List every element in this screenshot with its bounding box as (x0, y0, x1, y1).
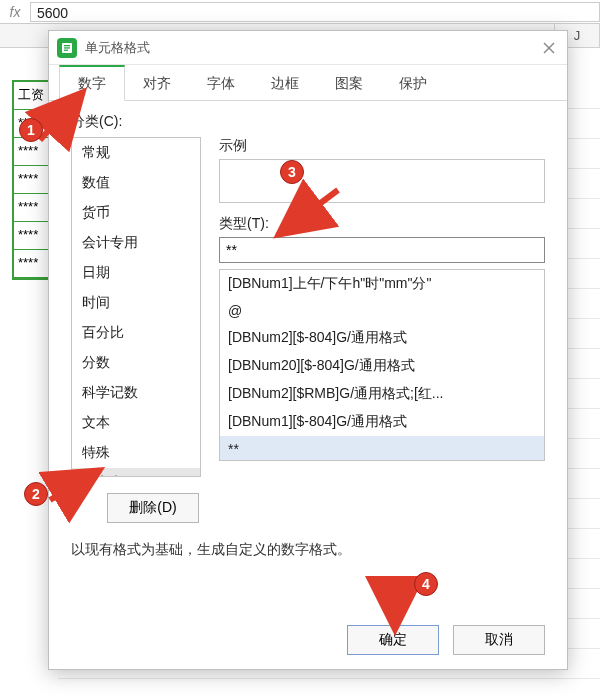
annotation-badge-2: 2 (24, 482, 48, 506)
svg-rect-1 (64, 45, 70, 46)
svg-rect-3 (64, 49, 68, 50)
app-icon (57, 38, 77, 58)
cat-special[interactable]: 特殊 (72, 438, 200, 468)
close-icon[interactable] (539, 38, 559, 58)
tab-protect[interactable]: 保护 (381, 65, 445, 100)
category-label: 分类(C): (71, 113, 545, 131)
fmt-item-5[interactable]: [DBNum1][$-804]G/通用格式 (220, 408, 544, 436)
dialog-title: 单元格格式 (85, 39, 539, 57)
fx-label: fx (0, 4, 30, 20)
tab-border[interactable]: 边框 (253, 65, 317, 100)
cat-fraction[interactable]: 分数 (72, 348, 200, 378)
cat-currency[interactable]: 货币 (72, 198, 200, 228)
cat-sci[interactable]: 科学记数 (72, 378, 200, 408)
tab-number[interactable]: 数字 (59, 65, 125, 101)
cat-text[interactable]: 文本 (72, 408, 200, 438)
ok-button[interactable]: 确定 (347, 625, 439, 655)
tab-font[interactable]: 字体 (189, 65, 253, 100)
cat-time[interactable]: 时间 (72, 288, 200, 318)
tab-align[interactable]: 对齐 (125, 65, 189, 100)
cancel-button[interactable]: 取消 (453, 625, 545, 655)
formula-input[interactable]: 5600 (30, 2, 600, 22)
annotation-badge-1: 1 (19, 118, 43, 142)
cat-accounting[interactable]: 会计专用 (72, 228, 200, 258)
formula-bar: fx 5600 (0, 0, 600, 24)
fmt-item-2[interactable]: [DBNum2][$-804]G/通用格式 (220, 324, 544, 352)
type-input[interactable] (219, 237, 545, 263)
cat-date[interactable]: 日期 (72, 258, 200, 288)
cell-format-dialog: 单元格格式 数字 对齐 字体 边框 图案 保护 分类(C): 常规 数值 货币 … (48, 30, 568, 670)
format-list[interactable]: [DBNum1]上午/下午h"时"mm"分" @ [DBNum2][$-804]… (219, 269, 545, 461)
category-list[interactable]: 常规 数值 货币 会计专用 日期 时间 百分比 分数 科学记数 文本 特殊 自定… (71, 137, 201, 477)
annotation-badge-4: 4 (414, 572, 438, 596)
dialog-titlebar: 单元格格式 (49, 31, 567, 65)
cat-percent[interactable]: 百分比 (72, 318, 200, 348)
fmt-item-6[interactable]: ** (220, 436, 544, 461)
type-label: 类型(T): (219, 215, 545, 233)
sample-label: 示例 (219, 137, 545, 155)
tab-pattern[interactable]: 图案 (317, 65, 381, 100)
tabstrip: 数字 对齐 字体 边框 图案 保护 (49, 65, 567, 101)
fmt-item-1[interactable]: @ (220, 298, 544, 324)
cat-custom[interactable]: 自定义 (72, 468, 200, 477)
sample-box (219, 159, 545, 203)
annotation-badge-3: 3 (280, 160, 304, 184)
fmt-item-3[interactable]: [DBNum20][$-804]G/通用格式 (220, 352, 544, 380)
cat-general[interactable]: 常规 (72, 138, 200, 168)
fmt-item-0[interactable]: [DBNum1]上午/下午h"时"mm"分" (220, 270, 544, 298)
cat-number[interactable]: 数值 (72, 168, 200, 198)
svg-rect-2 (64, 47, 70, 48)
fmt-item-4[interactable]: [DBNum2][$RMB]G/通用格式;[红... (220, 380, 544, 408)
delete-button[interactable]: 删除(D) (107, 493, 199, 523)
hint-text: 以现有格式为基础，生成自定义的数字格式。 (71, 541, 545, 559)
